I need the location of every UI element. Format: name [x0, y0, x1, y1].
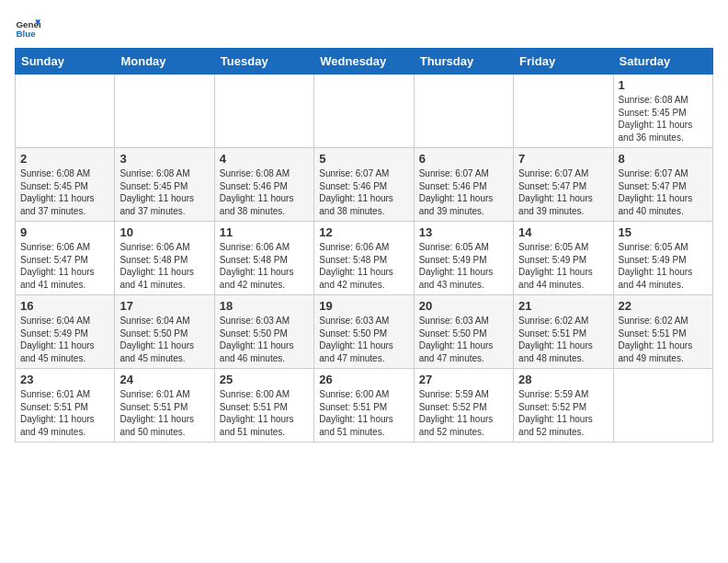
- day-number: 21: [518, 299, 608, 313]
- calendar-cell: [314, 75, 414, 148]
- cell-content: Sunrise: 6:05 AM Sunset: 5:49 PM Dayligh…: [619, 241, 708, 291]
- calendar-cell: 24Sunrise: 6:01 AM Sunset: 5:51 PM Dayli…: [115, 369, 214, 442]
- day-number: 12: [319, 225, 408, 239]
- calendar-cell: 26Sunrise: 6:00 AM Sunset: 5:51 PM Dayli…: [314, 369, 414, 442]
- day-number: 18: [220, 299, 309, 313]
- calendar-header-row: SundayMondayTuesdayWednesdayThursdayFrid…: [16, 49, 713, 75]
- calendar-week-0: 1Sunrise: 6:08 AM Sunset: 5:45 PM Daylig…: [16, 75, 713, 148]
- day-number: 28: [518, 373, 608, 386]
- calendar-cell: 6Sunrise: 6:07 AM Sunset: 5:46 PM Daylig…: [414, 148, 513, 222]
- day-header-sunday: Sunday: [16, 49, 115, 75]
- day-number: 17: [119, 299, 209, 313]
- calendar-cell: [613, 369, 712, 442]
- cell-content: Sunrise: 6:05 AM Sunset: 5:49 PM Dayligh…: [419, 241, 508, 291]
- day-number: 22: [619, 299, 708, 313]
- day-number: 15: [619, 225, 708, 239]
- day-number: 10: [119, 225, 209, 239]
- cell-content: Sunrise: 6:03 AM Sunset: 5:50 PM Dayligh…: [220, 315, 309, 364]
- svg-text:Blue: Blue: [16, 29, 36, 39]
- calendar-cell: 7Sunrise: 6:07 AM Sunset: 5:47 PM Daylig…: [514, 148, 613, 222]
- calendar-cell: 11Sunrise: 6:06 AM Sunset: 5:48 PM Dayli…: [214, 222, 313, 295]
- day-number: 20: [419, 299, 508, 313]
- cell-content: Sunrise: 6:03 AM Sunset: 5:50 PM Dayligh…: [319, 315, 408, 364]
- cell-content: Sunrise: 6:05 AM Sunset: 5:49 PM Dayligh…: [518, 241, 608, 291]
- cell-content: Sunrise: 6:07 AM Sunset: 5:46 PM Dayligh…: [419, 167, 508, 217]
- calendar-cell: 3Sunrise: 6:08 AM Sunset: 5:45 PM Daylig…: [115, 148, 214, 222]
- cell-content: Sunrise: 6:04 AM Sunset: 5:49 PM Dayligh…: [20, 315, 109, 364]
- cell-content: Sunrise: 6:02 AM Sunset: 5:51 PM Dayligh…: [518, 315, 608, 364]
- logo: General Blue: [15, 15, 44, 40]
- calendar-cell: 1Sunrise: 6:08 AM Sunset: 5:45 PM Daylig…: [613, 75, 712, 148]
- cell-content: Sunrise: 6:00 AM Sunset: 5:51 PM Dayligh…: [220, 388, 309, 438]
- cell-content: Sunrise: 6:06 AM Sunset: 5:48 PM Dayligh…: [119, 241, 209, 291]
- cell-content: Sunrise: 6:07 AM Sunset: 5:46 PM Dayligh…: [319, 167, 408, 217]
- calendar-cell: 23Sunrise: 6:01 AM Sunset: 5:51 PM Dayli…: [16, 369, 115, 442]
- day-number: 24: [119, 373, 209, 386]
- calendar-week-3: 16Sunrise: 6:04 AM Sunset: 5:49 PM Dayli…: [16, 295, 713, 369]
- cell-content: Sunrise: 6:08 AM Sunset: 5:46 PM Dayligh…: [220, 167, 309, 217]
- calendar-cell: 25Sunrise: 6:00 AM Sunset: 5:51 PM Dayli…: [214, 369, 313, 442]
- day-number: 3: [119, 152, 209, 166]
- calendar-cell: 27Sunrise: 5:59 AM Sunset: 5:52 PM Dayli…: [414, 369, 513, 442]
- day-number: 25: [220, 373, 309, 386]
- calendar-cell: 19Sunrise: 6:03 AM Sunset: 5:50 PM Dayli…: [314, 295, 414, 369]
- calendar-cell: 22Sunrise: 6:02 AM Sunset: 5:51 PM Dayli…: [613, 295, 712, 369]
- day-header-wednesday: Wednesday: [314, 49, 414, 75]
- calendar-cell: 17Sunrise: 6:04 AM Sunset: 5:50 PM Dayli…: [115, 295, 214, 369]
- day-header-friday: Friday: [514, 49, 613, 75]
- calendar-week-4: 23Sunrise: 6:01 AM Sunset: 5:51 PM Dayli…: [16, 369, 713, 442]
- day-header-tuesday: Tuesday: [214, 49, 313, 75]
- calendar-cell: 18Sunrise: 6:03 AM Sunset: 5:50 PM Dayli…: [214, 295, 313, 369]
- cell-content: Sunrise: 6:06 AM Sunset: 5:47 PM Dayligh…: [20, 241, 109, 291]
- day-number: 16: [20, 299, 109, 313]
- calendar-cell: [115, 75, 214, 148]
- day-number: 11: [220, 225, 309, 239]
- day-header-saturday: Saturday: [613, 49, 712, 75]
- cell-content: Sunrise: 6:06 AM Sunset: 5:48 PM Dayligh…: [220, 241, 309, 291]
- calendar-cell: 9Sunrise: 6:06 AM Sunset: 5:47 PM Daylig…: [16, 222, 115, 295]
- cell-content: Sunrise: 6:08 AM Sunset: 5:45 PM Dayligh…: [20, 167, 109, 217]
- calendar-cell: 2Sunrise: 6:08 AM Sunset: 5:45 PM Daylig…: [16, 148, 115, 222]
- day-number: 9: [20, 225, 109, 239]
- calendar-cell: 21Sunrise: 6:02 AM Sunset: 5:51 PM Dayli…: [514, 295, 613, 369]
- cell-content: Sunrise: 6:04 AM Sunset: 5:50 PM Dayligh…: [119, 315, 209, 364]
- calendar-cell: 14Sunrise: 6:05 AM Sunset: 5:49 PM Dayli…: [514, 222, 613, 295]
- calendar-cell: [414, 75, 513, 148]
- calendar-week-1: 2Sunrise: 6:08 AM Sunset: 5:45 PM Daylig…: [16, 148, 713, 222]
- calendar-cell: 5Sunrise: 6:07 AM Sunset: 5:46 PM Daylig…: [314, 148, 414, 222]
- calendar-cell: 8Sunrise: 6:07 AM Sunset: 5:47 PM Daylig…: [613, 148, 712, 222]
- day-number: 27: [419, 373, 508, 386]
- day-number: 8: [619, 152, 708, 166]
- day-header-thursday: Thursday: [414, 49, 513, 75]
- day-number: 19: [319, 299, 408, 313]
- calendar-body: 1Sunrise: 6:08 AM Sunset: 5:45 PM Daylig…: [16, 75, 713, 442]
- calendar-cell: 12Sunrise: 6:06 AM Sunset: 5:48 PM Dayli…: [314, 222, 414, 295]
- calendar-cell: [16, 75, 115, 148]
- day-header-monday: Monday: [115, 49, 214, 75]
- cell-content: Sunrise: 6:07 AM Sunset: 5:47 PM Dayligh…: [619, 167, 708, 217]
- calendar-cell: [214, 75, 313, 148]
- day-number: 14: [518, 225, 608, 239]
- cell-content: Sunrise: 6:08 AM Sunset: 5:45 PM Dayligh…: [119, 167, 209, 217]
- cell-content: Sunrise: 6:01 AM Sunset: 5:51 PM Dayligh…: [119, 388, 209, 438]
- cell-content: Sunrise: 5:59 AM Sunset: 5:52 PM Dayligh…: [518, 388, 608, 438]
- day-number: 13: [419, 225, 508, 239]
- calendar-week-2: 9Sunrise: 6:06 AM Sunset: 5:47 PM Daylig…: [16, 222, 713, 295]
- header: General Blue: [15, 15, 713, 40]
- calendar-cell: 13Sunrise: 6:05 AM Sunset: 5:49 PM Dayli…: [414, 222, 513, 295]
- cell-content: Sunrise: 6:07 AM Sunset: 5:47 PM Dayligh…: [518, 167, 608, 217]
- calendar-cell: 28Sunrise: 5:59 AM Sunset: 5:52 PM Dayli…: [514, 369, 613, 442]
- day-number: 23: [20, 373, 109, 386]
- calendar-table: SundayMondayTuesdayWednesdayThursdayFrid…: [15, 48, 713, 442]
- cell-content: Sunrise: 5:59 AM Sunset: 5:52 PM Dayligh…: [419, 388, 508, 438]
- cell-content: Sunrise: 6:02 AM Sunset: 5:51 PM Dayligh…: [619, 315, 708, 364]
- day-number: 5: [319, 152, 408, 166]
- calendar-cell: 4Sunrise: 6:08 AM Sunset: 5:46 PM Daylig…: [214, 148, 313, 222]
- cell-content: Sunrise: 6:06 AM Sunset: 5:48 PM Dayligh…: [319, 241, 408, 291]
- cell-content: Sunrise: 6:08 AM Sunset: 5:45 PM Dayligh…: [619, 94, 708, 144]
- cell-content: Sunrise: 6:00 AM Sunset: 5:51 PM Dayligh…: [319, 388, 408, 438]
- day-number: 26: [319, 373, 408, 386]
- day-number: 7: [518, 152, 608, 166]
- calendar-cell: [514, 75, 613, 148]
- day-number: 2: [20, 152, 109, 166]
